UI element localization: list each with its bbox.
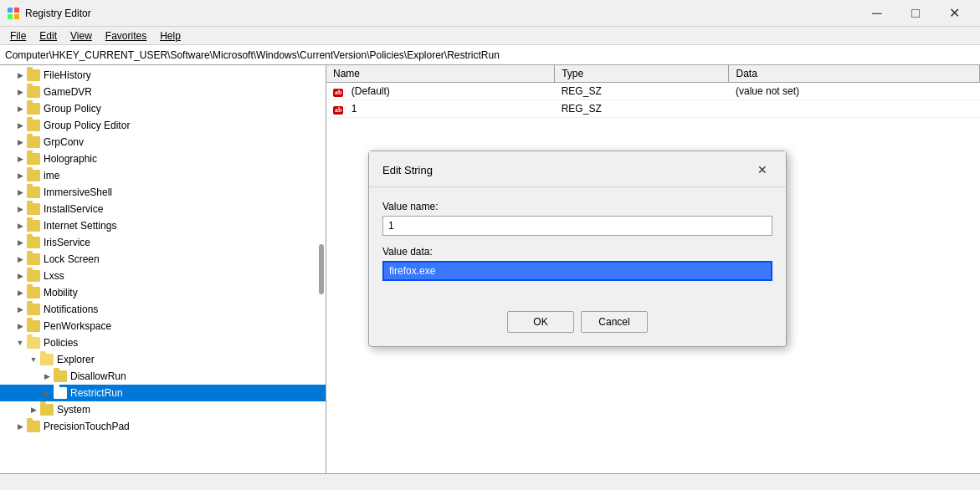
minimize-button[interactable]: ─	[858, 0, 896, 27]
tree-label-filehistory: FileHistory	[44, 69, 91, 81]
folder-icon-installservice	[27, 203, 40, 215]
col-data: Data	[729, 65, 980, 83]
tree-item-lxss[interactable]: Lxss	[0, 268, 326, 284]
tree-item-disallowrun[interactable]: DisallowRun	[0, 368, 326, 385]
expand-holographic[interactable]	[13, 152, 27, 166]
ok-button[interactable]: OK	[507, 311, 574, 333]
expand-immersiveshell[interactable]	[13, 186, 27, 199]
tree-panel[interactable]: FileHistory GameDVR Group Policy Group P…	[0, 65, 326, 473]
scrollbar-thumb[interactable]	[319, 244, 324, 294]
row-type-default: REG_SZ	[555, 83, 729, 100]
tree-item-precisiontouchpad[interactable]: PrecisionTouchPad	[0, 418, 326, 435]
registry-table: Name Type Data ab (Default) REG_SZ (valu…	[326, 65, 980, 118]
folder-icon-explorer	[40, 354, 54, 365]
title-bar: Registry Editor ─ □ ✕	[0, 0, 980, 27]
row-type-1: REG_SZ	[555, 100, 729, 118]
expand-disallowrun[interactable]	[40, 370, 54, 383]
table-row[interactable]: ab 1 REG_SZ	[326, 100, 980, 118]
svg-rect-1	[14, 8, 19, 13]
folder-icon-grouppolicyeditor	[27, 120, 40, 131]
expand-policies[interactable]	[13, 336, 27, 350]
expand-lockscreen[interactable]	[13, 253, 27, 266]
expand-mobility[interactable]	[13, 286, 27, 299]
expand-precisiontouchpad[interactable]	[13, 420, 27, 433]
expand-internetsettings[interactable]	[13, 219, 27, 232]
menu-edit[interactable]: Edit	[33, 28, 64, 43]
tree-item-irisservice[interactable]: IrisService	[0, 234, 326, 251]
tree-label-restrictrun: RestrictRun	[70, 387, 123, 399]
table-row[interactable]: ab (Default) REG_SZ (value not set)	[326, 83, 980, 100]
svg-rect-0	[8, 8, 13, 13]
close-button[interactable]: ✕	[935, 0, 973, 27]
tree-item-immersiveshell[interactable]: ImmersiveShell	[0, 184, 326, 201]
expand-installservice[interactable]	[13, 202, 27, 216]
ab-icon-default: ab	[333, 89, 343, 97]
value-data-input[interactable]	[382, 261, 772, 281]
expand-ime[interactable]	[13, 169, 27, 182]
tree-item-internetsettings[interactable]: Internet Settings	[0, 217, 326, 234]
tree-label-mobility: Mobility	[44, 287, 78, 299]
tree-item-penworkspace[interactable]: PenWorkspace	[0, 318, 326, 334]
folder-icon-lxss	[27, 270, 40, 282]
menu-help[interactable]: Help	[153, 28, 187, 43]
col-name: Name	[326, 65, 555, 83]
edit-string-dialog: Edit String ✕ Value name: Value data: OK…	[368, 151, 787, 347]
folder-icon-gamedvr	[27, 86, 40, 98]
value-name-input[interactable]	[382, 216, 772, 236]
expand-notifications[interactable]	[13, 303, 27, 316]
expand-irisservice[interactable]	[13, 236, 27, 249]
expand-grouppolicy[interactable]	[13, 102, 27, 115]
folder-icon-mobility	[27, 287, 40, 299]
tree-label-lockscreen: Lock Screen	[44, 253, 100, 265]
tree-item-policies[interactable]: Policies	[0, 334, 326, 351]
tree-item-grouppolicyeditor[interactable]: Group Policy Editor	[0, 117, 326, 134]
expand-gamedvr[interactable]	[13, 85, 27, 99]
folder-icon-penworkspace	[27, 320, 40, 332]
tree-item-grouppolicy[interactable]: Group Policy	[0, 100, 326, 117]
expand-lxss[interactable]	[13, 269, 27, 283]
tree-item-grpconv[interactable]: GrpConv	[0, 134, 326, 151]
tree-item-restrictrun[interactable]: RestrictRun	[0, 385, 326, 401]
tree-item-ime[interactable]: ime	[0, 167, 326, 184]
menu-view[interactable]: View	[64, 28, 99, 43]
tree-item-mobility[interactable]: Mobility	[0, 284, 326, 301]
expand-grouppolicyeditor[interactable]	[13, 119, 27, 132]
dialog-close-button[interactable]: ✕	[752, 160, 772, 180]
tree-item-lockscreen[interactable]: Lock Screen	[0, 251, 326, 268]
tree-label-explorer: Explorer	[57, 354, 95, 365]
tree-item-gamedvr[interactable]: GameDVR	[0, 84, 326, 100]
folder-icon-grouppolicy	[27, 103, 40, 115]
folder-icon-filehistory	[27, 69, 40, 81]
menu-favorites[interactable]: Favorites	[99, 28, 153, 43]
bottom-scrollbar[interactable]	[0, 473, 980, 490]
tree-label-grouppolicyeditor: Group Policy Editor	[44, 120, 130, 131]
row-data-default: (value not set)	[729, 83, 980, 100]
expand-grpconv[interactable]	[13, 135, 27, 149]
tree-item-holographic[interactable]: Holographic	[0, 151, 326, 167]
expand-system[interactable]	[27, 403, 40, 416]
window-controls: ─ □ ✕	[858, 0, 973, 27]
expand-explorer[interactable]	[27, 353, 40, 366]
maximize-button[interactable]: □	[896, 0, 935, 27]
svg-rect-3	[14, 14, 19, 19]
tree-label-system: System	[57, 404, 90, 416]
tree-item-filehistory[interactable]: FileHistory	[0, 67, 326, 84]
expand-filehistory[interactable]	[13, 69, 27, 82]
tree-item-notifications[interactable]: Notifications	[0, 301, 326, 318]
tree-label-ime: ime	[44, 170, 59, 181]
tree-label-holographic: Holographic	[44, 153, 97, 165]
tree-item-explorer[interactable]: Explorer	[0, 351, 326, 368]
folder-icon-internetsettings	[27, 220, 40, 232]
expand-restrictrun[interactable]	[40, 386, 54, 400]
svg-rect-2	[8, 14, 13, 19]
tree-label-penworkspace: PenWorkspace	[44, 320, 111, 332]
ab-icon-1: ab	[333, 106, 343, 115]
tree-label-notifications: Notifications	[44, 304, 98, 315]
tree-item-system[interactable]: System	[0, 401, 326, 418]
row-name-1: ab 1	[326, 100, 555, 118]
expand-penworkspace[interactable]	[13, 319, 27, 333]
menu-file[interactable]: File	[3, 28, 33, 43]
cancel-button[interactable]: Cancel	[581, 311, 648, 333]
tree-label-immersiveshell: ImmersiveShell	[44, 186, 112, 198]
tree-item-installservice[interactable]: InstallService	[0, 201, 326, 217]
